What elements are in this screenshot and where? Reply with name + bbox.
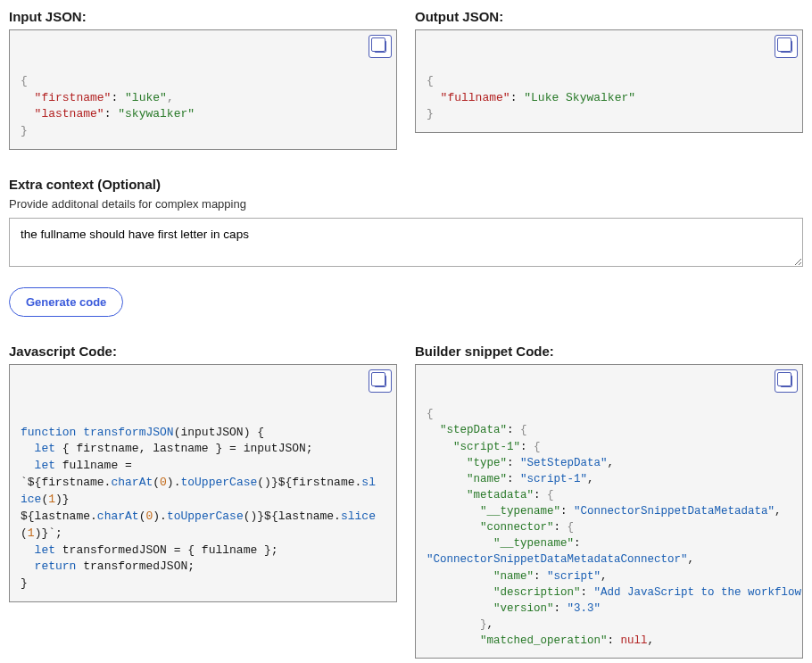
output-fullname: Luke Skywalker — [531, 91, 628, 104]
copy-button[interactable] — [775, 35, 798, 58]
copy-icon — [374, 375, 386, 387]
copy-icon — [780, 375, 792, 387]
input-firstname: luke — [132, 91, 160, 104]
generate-code-button[interactable]: Generate code — [9, 287, 123, 317]
copy-button[interactable] — [369, 369, 392, 393]
input-json-label: Input JSON: — [9, 9, 397, 24]
builder-snippet-box: { "stepData": { "script-1": { "type": "S… — [415, 364, 803, 659]
javascript-code-label: Javascript Code: — [9, 344, 397, 359]
extra-context-label: Extra context (Optional) — [9, 177, 803, 192]
copy-button[interactable] — [369, 35, 392, 58]
output-json-box: { "fullname": "Luke Skywalker" } — [415, 29, 803, 133]
copy-icon — [780, 40, 792, 53]
javascript-code-box: function transformJSON(inputJSON) { let … — [9, 364, 397, 602]
input-lastname: skywalker — [125, 107, 187, 120]
extra-context-input[interactable] — [9, 218, 803, 267]
extra-context-sublabel: Provide additonal details for complex ma… — [9, 197, 803, 211]
input-json-box: { "firstname": "luke", "lastname": "skyw… — [9, 29, 397, 150]
builder-snippet-label: Builder snippet Code: — [415, 344, 803, 359]
copy-button[interactable] — [775, 369, 798, 393]
copy-icon — [374, 40, 386, 53]
output-json-label: Output JSON: — [415, 9, 803, 24]
